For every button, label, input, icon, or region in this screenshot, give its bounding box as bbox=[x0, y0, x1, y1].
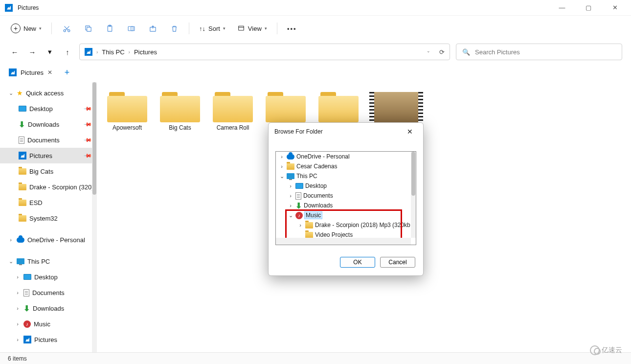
music-icon: ♪ bbox=[295, 212, 303, 219]
cloud-icon bbox=[287, 154, 294, 159]
folder-bigcats[interactable]: Big Cats bbox=[155, 92, 205, 131]
tab-close-button[interactable]: ✕ bbox=[47, 69, 52, 76]
tree-this-pc[interactable]: ⌄This PC bbox=[276, 171, 416, 181]
sidebar-pc-documents[interactable]: ›Documents bbox=[0, 285, 97, 300]
tree-hscrollbar[interactable] bbox=[276, 238, 411, 245]
window-controls: — ▢ ✕ bbox=[551, 0, 626, 16]
copy-button[interactable] bbox=[78, 20, 98, 37]
folder-icon bbox=[318, 92, 359, 122]
separator bbox=[277, 23, 277, 34]
sidebar-item-bigcats[interactable]: Big Cats bbox=[0, 163, 97, 179]
tree-documents[interactable]: ›Documents bbox=[276, 191, 416, 201]
tree-label: This PC bbox=[296, 173, 317, 180]
folder-label: Camera Roll bbox=[217, 124, 249, 131]
search-input[interactable] bbox=[475, 48, 616, 56]
minimize-button[interactable]: — bbox=[551, 0, 573, 16]
address-bar[interactable]: › This PC › Pictures ⌄ ⟳ bbox=[79, 44, 450, 60]
share-button[interactable] bbox=[143, 20, 162, 37]
paste-button[interactable] bbox=[100, 20, 119, 37]
maximize-button[interactable]: ▢ bbox=[577, 0, 600, 16]
pin-icon: 📌 bbox=[83, 119, 92, 129]
search-box[interactable]: 🔍 bbox=[456, 44, 622, 60]
plus-icon: + bbox=[11, 23, 21, 33]
titlebar: Pictures — ▢ ✕ bbox=[0, 0, 631, 16]
recent-locations-dropdown[interactable]: ⌄ bbox=[427, 48, 430, 56]
folder-apowersoft[interactable]: Apowersoft bbox=[102, 92, 153, 131]
sidebar-item-pictures[interactable]: Pictures📌 bbox=[0, 148, 97, 163]
chevron-down-icon: ⌄ bbox=[8, 258, 14, 265]
dialog-close-button[interactable]: ✕ bbox=[403, 124, 417, 139]
sidebar-item-desktop[interactable]: Desktop📌 bbox=[0, 101, 97, 116]
location-icon bbox=[85, 48, 92, 56]
rename-button[interactable] bbox=[121, 20, 141, 37]
breadcrumb-pictures[interactable]: Pictures bbox=[134, 48, 157, 56]
tree-label: OneDrive - Personal bbox=[296, 153, 350, 160]
svg-rect-6 bbox=[131, 26, 134, 31]
sidebar-item-drake[interactable]: Drake - Scorpion (320) bbox=[0, 179, 97, 195]
back-button[interactable]: ← bbox=[9, 46, 21, 58]
sidebar-quick-access[interactable]: ⌄ ★ Quick access bbox=[0, 85, 97, 101]
folder-icon bbox=[305, 222, 313, 228]
sidebar-this-pc[interactable]: ⌄This PC bbox=[0, 253, 97, 269]
delete-button[interactable] bbox=[164, 20, 184, 37]
nav-arrows: ← → ▾ ↑ bbox=[9, 46, 73, 58]
close-button[interactable]: ✕ bbox=[604, 0, 626, 16]
sidebar-item-system32[interactable]: System32 bbox=[0, 210, 97, 226]
tree-onedrive[interactable]: ›OneDrive - Personal bbox=[276, 152, 416, 161]
chevron-down-icon: ▾ bbox=[223, 26, 225, 31]
cut-button[interactable] bbox=[57, 20, 76, 37]
refresh-button[interactable]: ⟳ bbox=[439, 48, 445, 56]
folder-icon bbox=[19, 168, 26, 175]
tree-drake[interactable]: ›Drake - Scorpion (2018) Mp3 (320kb bbox=[276, 220, 416, 230]
more-button[interactable]: ••• bbox=[282, 20, 302, 37]
sidebar-pc-desktop[interactable]: ›Desktop bbox=[0, 269, 97, 285]
history-dropdown[interactable]: ▾ bbox=[44, 46, 56, 58]
sidebar-item-downloads[interactable]: ⬇Downloads📌 bbox=[0, 116, 97, 132]
breadcrumb-this-pc[interactable]: This PC bbox=[102, 48, 124, 56]
svg-rect-5 bbox=[128, 26, 133, 31]
svg-point-0 bbox=[64, 29, 66, 31]
pictures-icon bbox=[19, 152, 26, 159]
download-icon: ⬇ bbox=[23, 304, 30, 313]
folder-icon bbox=[19, 215, 26, 222]
pc-icon bbox=[17, 258, 24, 264]
forward-button[interactable]: → bbox=[26, 46, 38, 58]
sort-label: Sort bbox=[208, 25, 220, 32]
add-tab-button[interactable]: + bbox=[60, 66, 74, 79]
chevron-down-icon: ⌄ bbox=[8, 90, 14, 96]
dialog-folder-tree[interactable]: ›OneDrive - Personal ›Cesar Cadenas ⌄Thi… bbox=[275, 151, 416, 245]
sidebar-pc-downloads[interactable]: ›⬇Downloads bbox=[0, 300, 97, 316]
dialog-titlebar: Browse For Folder ✕ bbox=[269, 123, 423, 140]
document-icon bbox=[19, 136, 24, 144]
ok-button[interactable]: OK bbox=[340, 257, 375, 268]
folder-cameraroll[interactable]: Camera Roll bbox=[207, 92, 258, 131]
sidebar-onedrive[interactable]: ›OneDrive - Personal bbox=[0, 232, 97, 248]
up-button[interactable]: ↑ bbox=[62, 46, 73, 58]
tree-desktop[interactable]: ›Desktop bbox=[276, 181, 416, 191]
video-icon bbox=[374, 92, 418, 122]
tab-pictures[interactable]: Pictures ✕ bbox=[4, 66, 57, 79]
chevron-right-icon: › bbox=[297, 222, 303, 228]
tree-scrollbar[interactable] bbox=[411, 152, 416, 238]
chevron-right-icon: › bbox=[15, 337, 21, 342]
sort-button[interactable]: ↑↓ Sort ▾ bbox=[194, 20, 230, 37]
tree-music[interactable]: ⌄♪Music bbox=[276, 210, 416, 220]
tree-label: Downloads bbox=[304, 202, 333, 209]
sidebar-item-esd[interactable]: ESD bbox=[0, 195, 97, 210]
sidebar-item-documents[interactable]: Documents📌 bbox=[0, 132, 97, 148]
sidebar-item-label: Desktop bbox=[29, 105, 53, 113]
tree-label: Desktop bbox=[305, 182, 327, 189]
new-button[interactable]: + New ▾ bbox=[8, 20, 46, 37]
tree-user[interactable]: ›Cesar Cadenas bbox=[276, 161, 416, 171]
cancel-button[interactable]: Cancel bbox=[380, 257, 415, 268]
sidebar-pc-music[interactable]: ›♪Music bbox=[0, 316, 97, 332]
sidebar-item-label: This PC bbox=[27, 258, 50, 265]
separator bbox=[51, 23, 52, 34]
view-button[interactable]: View ▾ bbox=[232, 20, 272, 37]
chevron-right-icon: › bbox=[15, 321, 21, 327]
tree-downloads[interactable]: ›⬇Downloads bbox=[276, 201, 416, 210]
svg-rect-8 bbox=[239, 26, 244, 30]
sidebar-pc-pictures[interactable]: ›Pictures bbox=[0, 332, 97, 347]
pin-icon: 📌 bbox=[83, 151, 92, 160]
sidebar-scrollbar[interactable] bbox=[92, 82, 97, 355]
